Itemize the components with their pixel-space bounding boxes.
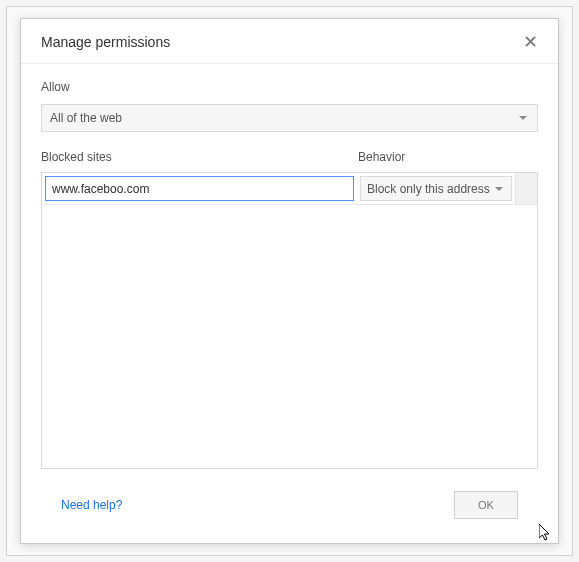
behavior-cell: Block only this address <box>357 173 515 204</box>
row-action-cell[interactable] <box>515 173 537 204</box>
chevron-down-icon <box>495 187 503 191</box>
list-empty-area <box>42 205 537 468</box>
behavior-select-value: Block only this address <box>367 182 490 196</box>
close-button[interactable]: ✕ <box>521 33 540 51</box>
allow-select-value: All of the web <box>50 111 122 125</box>
table-row: Block only this address <box>42 173 537 205</box>
allow-label: Allow <box>41 80 538 94</box>
site-input[interactable] <box>45 176 354 201</box>
allow-select-wrap: All of the web <box>41 104 538 132</box>
ok-button[interactable]: OK <box>454 491 518 519</box>
dialog-header: Manage permissions ✕ <box>21 19 558 64</box>
dialog-body: Allow All of the web Blocked sites Behav… <box>21 64 558 543</box>
column-header-behavior: Behavior <box>358 150 538 164</box>
columns-header: Blocked sites Behavior <box>41 150 538 164</box>
blocked-sites-list: Block only this address <box>41 172 538 469</box>
column-header-sites: Blocked sites <box>41 150 344 164</box>
allow-select[interactable]: All of the web <box>41 104 538 132</box>
dialog-title: Manage permissions <box>41 34 170 50</box>
dialog-footer: Need help? OK <box>41 479 538 533</box>
behavior-select[interactable]: Block only this address <box>360 176 512 201</box>
site-cell <box>42 173 357 204</box>
chevron-down-icon <box>519 116 527 120</box>
close-icon: ✕ <box>523 32 538 52</box>
manage-permissions-dialog: Manage permissions ✕ Allow All of the we… <box>20 18 559 544</box>
help-link[interactable]: Need help? <box>61 498 122 512</box>
